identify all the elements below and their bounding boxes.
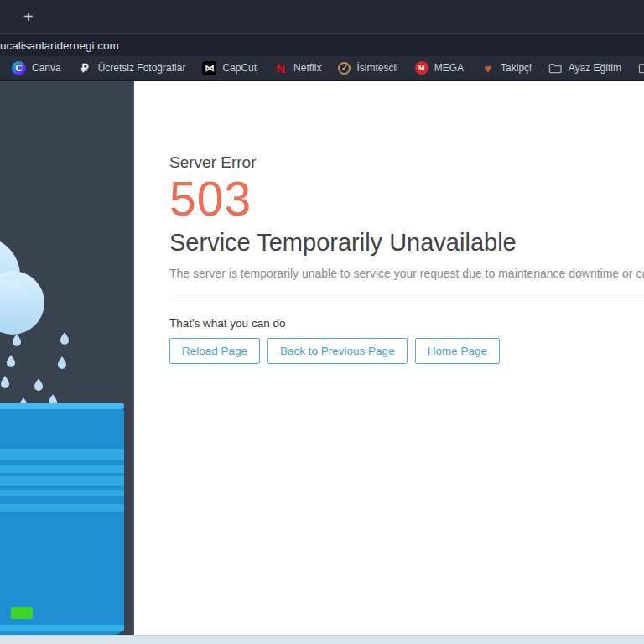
- actions-heading: That's what you can do: [169, 317, 644, 330]
- horizontal-scrollbar[interactable]: [0, 635, 644, 644]
- canva-icon: C: [12, 61, 26, 75]
- bookmark-netflix[interactable]: N Netflix: [265, 61, 330, 75]
- bookmark-label: MEGA: [434, 62, 464, 74]
- error-description: The server is temporarily unable to serv…: [169, 267, 644, 280]
- error-title: Service Temporarily Unavailable: [169, 229, 644, 257]
- server-icon: [0, 402, 124, 635]
- browser-window: + ucalisanlaridernegi.com C Canva ₽ Ücre…: [0, 0, 644, 644]
- netflix-icon: N: [273, 61, 288, 75]
- home-page-button[interactable]: Home Page: [415, 338, 500, 364]
- bookmark-folder-yapay-zeka[interactable]: Yapay Zeka: [630, 61, 644, 75]
- capcut-icon: ⋈: [202, 61, 216, 75]
- pexels-icon: ₽: [78, 61, 92, 75]
- bookmark-label: İsimtescil: [356, 62, 397, 74]
- bookmark-label: Ücretsiz Fotoğraflar: [98, 62, 186, 74]
- page-body: Server Error 503 Service Temporarily Una…: [0, 81, 644, 635]
- bookmark-label: Takipçi: [501, 62, 532, 74]
- bookmark-mega[interactable]: M MEGA: [407, 61, 472, 75]
- cloud-icon: [0, 236, 44, 335]
- bookmark-takipci[interactable]: ♥ Takipçi: [472, 61, 540, 75]
- bookmark-ucretsiz-fotograflar[interactable]: ₽ Ücretsiz Fotoğraflar: [70, 61, 195, 75]
- error-kicker: Server Error: [169, 153, 644, 172]
- url-text[interactable]: ucalisanlaridernegi.com: [0, 39, 119, 52]
- error-code: 503: [169, 174, 644, 225]
- bookmarks-bar: C Canva ₽ Ücretsiz Fotoğraflar ⋈ CapCut …: [0, 56, 644, 81]
- error-illustration-panel: [0, 81, 134, 635]
- bookmark-folder-ayaz-egitim[interactable]: Ayaz Eğitim: [540, 61, 630, 75]
- bookmark-label: Ayaz Eğitim: [569, 62, 621, 74]
- mega-icon: M: [415, 61, 428, 75]
- tab-bar: +: [0, 0, 644, 34]
- bookmark-isimtescil[interactable]: ✓ İsimtescil: [330, 62, 406, 75]
- bookmark-label: Netflix: [293, 62, 321, 74]
- server-led: [11, 607, 33, 619]
- back-to-previous-page-button[interactable]: Back to Previous Page: [267, 338, 408, 364]
- check-badge-icon: ✓: [338, 62, 351, 75]
- reload-page-button[interactable]: Reload Page: [169, 338, 260, 364]
- heart-icon: ♥: [480, 61, 495, 75]
- error-page-content: Server Error 503 Service Temporarily Una…: [134, 81, 644, 635]
- divider: [169, 299, 644, 299]
- bookmark-label: CapCut: [222, 62, 257, 74]
- bookmark-canva[interactable]: C Canva: [3, 61, 70, 75]
- new-tab-button[interactable]: +: [23, 8, 34, 25]
- address-bar[interactable]: ucalisanlaridernegi.com: [0, 34, 644, 56]
- bookmark-label: Canva: [32, 62, 61, 74]
- rain-cloud-server-illustration: [0, 234, 130, 635]
- bookmark-capcut[interactable]: ⋈ CapCut: [194, 61, 265, 75]
- folder-icon: [638, 61, 644, 75]
- raindrops: [1, 332, 69, 410]
- actions-row: Reload Page Back to Previous Page Home P…: [169, 338, 644, 364]
- folder-icon: [548, 61, 563, 75]
